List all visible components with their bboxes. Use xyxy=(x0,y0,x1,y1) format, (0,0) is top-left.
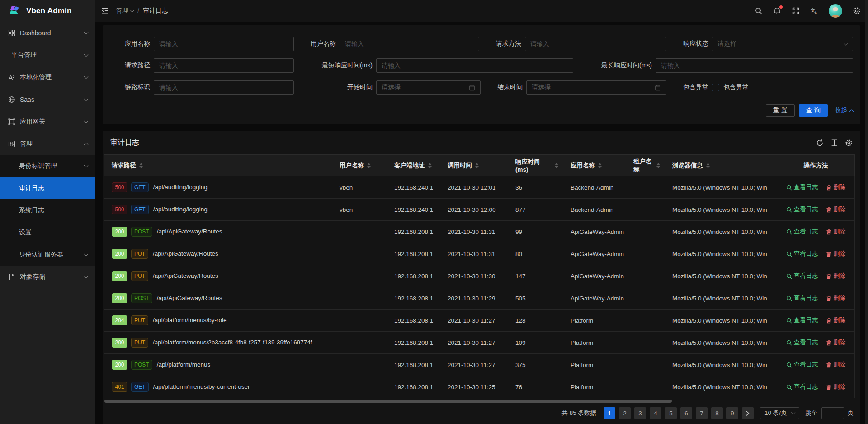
column-settings-icon[interactable] xyxy=(845,139,853,147)
max-response-time-input[interactable] xyxy=(656,58,853,73)
sidebar-item-11[interactable]: 对象存储 xyxy=(0,266,95,288)
view-log-button[interactable]: 查看日志 xyxy=(786,183,818,191)
view-log-button[interactable]: 查看日志 xyxy=(786,361,818,369)
delete-button[interactable]: 删除 xyxy=(826,205,846,214)
view-log-button[interactable]: 查看日志 xyxy=(786,272,818,280)
method-tag: PUT xyxy=(131,249,148,259)
sidebar-item-1[interactable]: 平台管理 xyxy=(0,44,95,66)
jump-page-input[interactable] xyxy=(821,407,844,419)
collapse-link[interactable]: 收起 xyxy=(835,106,853,114)
delete-button[interactable]: 删除 xyxy=(826,338,846,347)
status-tag: 200 xyxy=(112,227,127,237)
column-header-time[interactable]: 调用时间 xyxy=(440,155,508,176)
end-time-datepicker[interactable]: 请选择 xyxy=(526,80,666,95)
response-time-cell: 375 xyxy=(508,354,563,376)
table-row: 204PUT/api/platform/menus/by-role 192.16… xyxy=(104,310,855,332)
avatar[interactable] xyxy=(829,4,842,18)
vertical-scrollbar[interactable] xyxy=(865,0,868,424)
page-button-7[interactable]: 7 xyxy=(696,407,708,419)
page-button-2[interactable]: 2 xyxy=(619,407,631,419)
jump-suffix: 页 xyxy=(848,409,854,417)
view-log-button[interactable]: 查看日志 xyxy=(786,316,818,324)
page-button-5[interactable]: 5 xyxy=(665,407,677,419)
column-header-ms[interactable]: 响应时间(ms) xyxy=(508,155,563,176)
sidebar-item-5[interactable]: 管理 xyxy=(0,133,95,155)
column-header-path[interactable]: 请求路径 xyxy=(104,155,332,176)
column-header-user[interactable]: 用户名称 xyxy=(332,155,387,176)
search-icon[interactable] xyxy=(755,7,763,15)
delete-button[interactable]: 删除 xyxy=(826,228,846,236)
delete-button[interactable]: 删除 xyxy=(826,361,846,369)
min-response-time-input[interactable] xyxy=(376,58,573,73)
page-size-select[interactable]: 10 条/页 xyxy=(760,407,799,419)
page-button-8[interactable]: 8 xyxy=(711,407,723,419)
delete-button[interactable]: 删除 xyxy=(826,383,846,391)
client-ip-cell: 192.168.208.1 xyxy=(387,332,440,354)
field-min-response-time: 最短响应时间(ms) xyxy=(294,58,573,73)
column-header-tenant[interactable]: 租户名称 xyxy=(626,155,665,176)
view-log-button[interactable]: 查看日志 xyxy=(786,294,818,302)
sidebar-item-label: Dashboard xyxy=(20,29,85,37)
sidebar-item-7[interactable]: 审计日志 xyxy=(0,177,95,199)
sidebar-item-8[interactable]: 系统日志 xyxy=(0,199,95,221)
next-page-button[interactable] xyxy=(742,407,754,419)
sort-icon xyxy=(706,163,710,168)
user-name-input[interactable] xyxy=(340,37,479,51)
sidebar-item-9[interactable]: 设置 xyxy=(0,221,95,243)
trace-id-input[interactable] xyxy=(154,80,294,95)
reset-button[interactable]: 重 置 xyxy=(766,104,795,117)
page-button-1[interactable]: 1 xyxy=(604,407,615,419)
request-path: /api/ApiGateway/Routes xyxy=(153,272,218,279)
start-time-datepicker[interactable]: 请选择 xyxy=(376,80,481,95)
breadcrumb-section[interactable]: 管理 xyxy=(116,7,134,15)
sidebar-item-0[interactable]: Dashboard xyxy=(0,22,95,44)
app-name-cell: Platform xyxy=(563,354,626,376)
row-height-icon[interactable] xyxy=(830,139,838,147)
menu-fold-icon[interactable] xyxy=(101,7,109,15)
delete-button[interactable]: 删除 xyxy=(826,272,846,280)
sidebar-item-4[interactable]: 应用网关 xyxy=(0,110,95,133)
app-name-input[interactable] xyxy=(154,37,294,51)
view-log-button[interactable]: 查看日志 xyxy=(786,338,818,347)
bell-icon[interactable] xyxy=(773,7,781,15)
logo[interactable]: Vben Admin xyxy=(0,0,95,22)
sidebar-item-3[interactable]: Saas xyxy=(0,88,95,110)
column-header-ip[interactable]: 客户端地址 xyxy=(387,155,440,176)
sort-icon xyxy=(367,163,371,168)
sidebar-item-10[interactable]: 身份认证服务器 xyxy=(0,243,95,266)
translate-icon[interactable]: 文 A xyxy=(810,7,818,15)
fullscreen-icon[interactable] xyxy=(792,7,800,15)
page-button-6[interactable]: 6 xyxy=(680,407,692,419)
column-header-browser[interactable]: 浏览器信息 xyxy=(665,155,774,176)
delete-button[interactable]: 删除 xyxy=(826,183,846,191)
refresh-icon[interactable] xyxy=(816,139,824,147)
method-tag: PUT xyxy=(131,338,148,348)
page-button-3[interactable]: 3 xyxy=(634,407,646,419)
table-title: 审计日志 xyxy=(110,138,139,148)
horizontal-scrollbar-thumb[interactable] xyxy=(104,400,672,403)
delete-button[interactable]: 删除 xyxy=(826,250,846,258)
user-name-cell xyxy=(332,265,387,287)
checkbox-label: 包含异常 xyxy=(723,83,749,91)
gear-icon[interactable] xyxy=(853,7,861,15)
response-status-select[interactable]: 请选择 xyxy=(712,37,853,51)
calendar-icon xyxy=(655,84,661,91)
include-exception-checkbox[interactable] xyxy=(712,84,719,91)
view-log-button[interactable]: 查看日志 xyxy=(786,250,818,258)
sidebar-item-6[interactable]: 身份标识管理 xyxy=(0,155,95,177)
view-log-button[interactable]: 查看日志 xyxy=(786,205,818,214)
query-button[interactable]: 查 询 xyxy=(799,104,828,117)
page-button-9[interactable]: 9 xyxy=(726,407,738,419)
request-method-input[interactable] xyxy=(525,37,666,51)
sidebar-item-2[interactable]: 本地化管理 xyxy=(0,66,95,88)
delete-button[interactable]: 删除 xyxy=(826,316,846,324)
view-log-button[interactable]: 查看日志 xyxy=(786,228,818,236)
column-header-app[interactable]: 应用名称 xyxy=(563,155,626,176)
page-button-4[interactable]: 4 xyxy=(650,407,661,419)
field-label: 用户名称 xyxy=(294,40,340,48)
delete-button[interactable]: 删除 xyxy=(826,294,846,302)
sidebar-item-label: 身份认证服务器 xyxy=(19,251,85,259)
request-path-input[interactable] xyxy=(154,58,294,73)
status-tag: 401 xyxy=(112,382,127,392)
view-log-button[interactable]: 查看日志 xyxy=(786,383,818,391)
